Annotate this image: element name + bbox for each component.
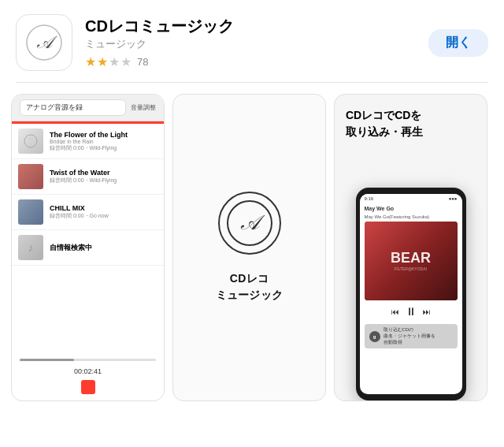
track-2: Twist of the Water 録音時間 0:00・Wild-Flying	[12, 159, 164, 195]
app-header: 𝒜 CDレコミュージック ミュージック ★ ★ ★ ★ 78 開く	[0, 0, 504, 82]
ss3-phone-mockup: 9:16 ●●● May We Go May We Go(Featuring S…	[356, 188, 466, 400]
svg-point-2	[24, 135, 37, 147]
phone-controls: ⏮ ⏸ ⏭	[360, 300, 462, 322]
track-2-info: Twist of the Water 録音時間 0:00・Wild-Flying	[50, 169, 158, 184]
phone-frame: 9:16 ●●● May We Go May We Go(Featuring S…	[356, 188, 466, 400]
track-1-thumb	[18, 129, 43, 154]
track-4: ♪ 自情報検索中	[12, 230, 164, 266]
ss1-timeline	[20, 359, 156, 361]
open-button[interactable]: 開く	[428, 29, 488, 57]
track-3-info: CHILL MIX 録音時間 0:00・Go now	[50, 204, 158, 220]
phone-status-bar: 9:16 ●●●	[360, 194, 462, 203]
rating-count: 78	[137, 56, 148, 68]
phone-song-title: May We Go(Featuring Suzuka)	[360, 214, 462, 222]
app-category: ミュージック	[85, 37, 416, 51]
screenshot-3: CDレコでCDを 取り込み・再生 9:16 ●●● May We Go May …	[334, 94, 487, 401]
ss1-stop-button[interactable]	[81, 380, 95, 394]
next-icon: ⏭	[423, 307, 431, 316]
track-3-thumb	[18, 199, 43, 225]
track-3: CHILL MIX 録音時間 0:00・Go now	[12, 195, 164, 230]
app-icon: 𝒜	[16, 14, 72, 71]
track-1-info: The Flower of the Light Bridge in the Ra…	[50, 131, 158, 152]
phone-gracenote-bar: g 取り込むCDの 曲名・ジャケット画像を 自動取得	[365, 324, 458, 348]
track-2-title: Twist of the Water	[50, 169, 158, 177]
track-4-thumb: ♪	[18, 235, 43, 260]
album-sub-label: FILTER@KYODAI	[391, 266, 431, 271]
star-1: ★	[85, 54, 96, 69]
app-rating: ★ ★ ★ ★ 78	[85, 54, 416, 69]
track-1-subtitle: Bridge in the Rain	[50, 139, 158, 144]
album-art-inner: BEAR FILTER@KYODAI	[365, 222, 458, 300]
ss1-search-box: アナログ音源を録	[20, 99, 126, 116]
star-rating: ★ ★ ★ ★	[85, 54, 132, 69]
track-4-title: 自情報検索中	[50, 243, 158, 253]
timeline-bar	[20, 359, 156, 361]
screenshot-1: アナログ音源を録 音量調整 The Flower of the Light Br…	[11, 94, 165, 401]
track-3-subtitle: 録音時間 0:00・Go now	[50, 212, 158, 220]
gracenote-logo-icon: g	[369, 331, 380, 342]
track-1-title: The Flower of the Light	[50, 131, 158, 139]
ss2-logo-svg: 𝒜	[226, 199, 273, 247]
ss1-top-bar: アナログ音源を録 音量調整	[12, 95, 164, 121]
app-name: CDレコミュージック	[85, 17, 416, 35]
prev-icon: ⏮	[391, 307, 399, 316]
ss1-volume-label: 音量調整	[131, 103, 156, 112]
track-1: The Flower of the Light Bridge in the Ra…	[12, 124, 164, 159]
star-2: ★	[97, 54, 108, 69]
app-info: CDレコミュージック ミュージック ★ ★ ★ ★ 78	[85, 17, 416, 69]
ss2-logo-circle: 𝒜	[218, 192, 281, 255]
track-1-sub2: 録音時間 0:00・Wild-Flying	[50, 144, 158, 152]
track-3-title: CHILL MIX	[50, 204, 158, 212]
ss1-time-display: 00:02:41	[20, 367, 156, 375]
ss2-logo-text: CDレコ ミュージック	[216, 270, 284, 304]
phone-now-playing-header: May We Go	[360, 203, 462, 214]
svg-text:𝒜: 𝒜	[36, 32, 57, 52]
track-2-subtitle: 録音時間 0:00・Wild-Flying	[50, 177, 158, 184]
phone-screen: 9:16 ●●● May We Go May We Go(Featuring S…	[360, 194, 462, 394]
star-4-empty: ★	[120, 54, 132, 69]
album-bear-label: BEAR	[391, 251, 431, 265]
ss1-bottom-controls: 00:02:41	[12, 352, 164, 400]
app-logo-svg: 𝒜	[24, 23, 64, 62]
ss3-header-text: CDレコでCDを 取り込み・再生	[346, 107, 476, 140]
track-4-info: 自情報検索中	[50, 243, 158, 253]
timeline-fill	[20, 359, 74, 361]
pause-icon: ⏸	[406, 305, 417, 318]
star-3-empty: ★	[109, 54, 120, 69]
gracenote-description: 取り込むCDの 曲名・ジャケット画像を 自動取得	[384, 327, 435, 345]
phone-album-art: BEAR FILTER@KYODAI	[365, 222, 458, 300]
track-2-thumb	[18, 164, 43, 189]
screenshots-section: アナログ音源を録 音量調整 The Flower of the Light Br…	[0, 83, 504, 412]
screenshot-2: 𝒜 CDレコ ミュージック	[172, 94, 326, 401]
svg-text:𝒜: 𝒜	[240, 211, 265, 234]
